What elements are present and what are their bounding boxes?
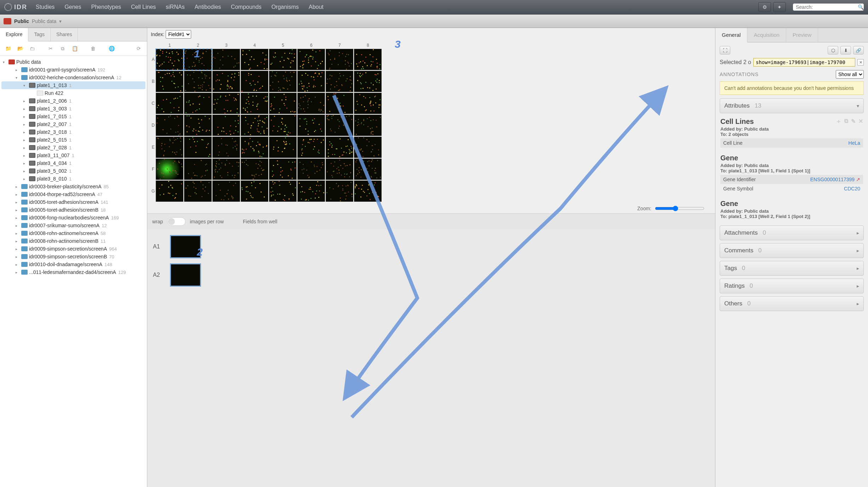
well[interactable]: [326, 181, 353, 202]
tree-item[interactable]: ▸ idr0004-thorpe-rad52/screenA 47: [1, 190, 145, 198]
well[interactable]: [156, 159, 183, 180]
section-ratings[interactable]: Ratings 0 ▸: [720, 279, 864, 293]
tree-item[interactable]: ▸ plate1_7_015 1: [1, 113, 145, 120]
tree-item[interactable]: ▸ idr0007-srikumar-sumo/screenA 12: [1, 222, 145, 229]
well[interactable]: [354, 159, 382, 180]
nav-genes[interactable]: Genes: [64, 4, 81, 10]
new-folder-icon[interactable]: 🗀: [28, 44, 37, 53]
well[interactable]: [212, 115, 240, 136]
well[interactable]: [241, 71, 268, 92]
well[interactable]: [297, 115, 325, 136]
new-dataset-icon[interactable]: 📂: [16, 44, 25, 53]
well[interactable]: [297, 49, 325, 70]
tree-item[interactable]: ▸ ...011-ledesmafernandez-dad4/screenA 1…: [1, 268, 145, 276]
cut-icon[interactable]: ✂: [46, 44, 55, 53]
field-thumb-a2[interactable]: [170, 263, 201, 287]
well[interactable]: [354, 181, 382, 202]
tree-item[interactable]: ▸ idr0008-rohn-actinome/screenA 58: [1, 229, 145, 237]
zoom-slider[interactable]: [655, 206, 704, 211]
wrap-toggle[interactable]: [167, 217, 185, 226]
well[interactable]: [269, 115, 297, 136]
kv-value[interactable]: CDC20: [844, 186, 860, 191]
section-comments[interactable]: Comments 0 ▸: [720, 243, 864, 258]
well[interactable]: [354, 137, 382, 158]
tree-item[interactable]: ▸ idr0006-fong-nuclearbodies/screenA 169: [1, 214, 145, 222]
well[interactable]: [326, 159, 353, 180]
well[interactable]: [241, 93, 268, 114]
well[interactable]: [326, 93, 353, 114]
well[interactable]: [241, 137, 268, 158]
well[interactable]: [297, 71, 325, 92]
fullscreen-icon[interactable]: ⛶: [720, 46, 730, 55]
tree-item[interactable]: ▾ idr0002-heriche-condensation/screenA 1…: [1, 74, 145, 81]
delete-icon[interactable]: ✕: [858, 118, 863, 125]
well[interactable]: [297, 181, 325, 202]
paste-icon[interactable]: 📋: [70, 44, 79, 53]
kv-value[interactable]: ENSG00000117399 ↗: [810, 177, 860, 182]
tree-item[interactable]: ▸ plate2_3_018 1: [1, 128, 145, 136]
well[interactable]: [212, 159, 240, 180]
well[interactable]: [241, 49, 268, 70]
well[interactable]: [212, 181, 240, 202]
index-select[interactable]: Field#1: [166, 30, 191, 39]
tree-item[interactable]: ▸ idr0005-toret-adhesion/screenB 18: [1, 206, 145, 214]
delete-icon[interactable]: 🗑: [88, 44, 98, 53]
puzzle-icon[interactable]: ✦: [773, 2, 786, 12]
search-box[interactable]: 🔍: [793, 4, 864, 11]
well[interactable]: [269, 181, 297, 202]
well[interactable]: [354, 71, 382, 92]
new-project-icon[interactable]: 📁: [4, 44, 13, 53]
well[interactable]: [156, 93, 183, 114]
tree-item[interactable]: ▸ plate1_2_006 1: [1, 97, 145, 105]
section-attachments[interactable]: Attachments 0 ▸: [720, 225, 864, 240]
tree-item[interactable]: ▸ plate2_5_015 1: [1, 136, 145, 144]
tab-tags[interactable]: Tags: [28, 28, 51, 41]
tree-item[interactable]: ▸ plate2_7_028 1: [1, 144, 145, 151]
tree-item[interactable]: ▸ idr0001-graml-sysgro/screenA 192: [1, 66, 145, 74]
well[interactable]: [212, 71, 240, 92]
add-icon[interactable]: ＋: [836, 118, 841, 125]
well[interactable]: [241, 181, 268, 202]
well[interactable]: [241, 159, 268, 180]
tab-explore[interactable]: Explore: [0, 28, 28, 41]
tree-item[interactable]: ▸ idr0009-simpson-secretion/screenB 70: [1, 253, 145, 260]
refresh-icon[interactable]: ⟳: [134, 44, 143, 53]
well[interactable]: [354, 93, 382, 114]
well[interactable]: [269, 71, 297, 92]
tree-item[interactable]: ▸ idr0005-toret-adhesion/screenA 141: [1, 198, 145, 206]
well[interactable]: [184, 137, 212, 158]
well[interactable]: [184, 93, 212, 114]
well[interactable]: [297, 159, 325, 180]
nav-antibodies[interactable]: Antibodies: [195, 4, 221, 10]
tree-item[interactable]: ▾ plate1_1_013 1: [1, 81, 145, 89]
well[interactable]: [297, 93, 325, 114]
well[interactable]: [269, 137, 297, 158]
section-attributes[interactable]: Attributes 13 ▾: [720, 98, 864, 113]
tree-item[interactable]: ▸ idr0009-simpson-secretion/screenA 964: [1, 245, 145, 253]
context-dropdown[interactable]: ▾: [59, 18, 62, 24]
search-icon[interactable]: 🔍: [858, 4, 864, 10]
nav-phenotypes[interactable]: Phenotypes: [91, 4, 121, 10]
section-tags[interactable]: Tags 0 ▸: [720, 261, 864, 276]
tree-item[interactable]: ▸ idr0003-breker-plasticity/screenA 85: [1, 183, 145, 190]
tree-item[interactable]: ▸ plate1_3_003 1: [1, 105, 145, 113]
well[interactable]: [156, 115, 183, 136]
well[interactable]: [156, 49, 183, 70]
tree-item[interactable]: ▸ plate3_5_002 1: [1, 167, 145, 175]
nav-sirnas[interactable]: siRNAs: [166, 4, 184, 10]
edit-icon[interactable]: ✎: [851, 118, 856, 125]
well[interactable]: [326, 137, 353, 158]
nav-studies[interactable]: Studies: [36, 4, 55, 10]
well[interactable]: [184, 71, 212, 92]
well[interactable]: [156, 181, 183, 202]
section-others[interactable]: Others 0 ▸: [720, 296, 864, 311]
well[interactable]: [156, 137, 183, 158]
nav-organisms[interactable]: Organisms: [272, 4, 299, 10]
search-input[interactable]: [796, 4, 858, 10]
hierarchy-icon[interactable]: ⬡: [828, 46, 838, 55]
well[interactable]: [184, 115, 212, 136]
well[interactable]: [212, 93, 240, 114]
nav-about[interactable]: About: [309, 4, 324, 10]
tab-general[interactable]: General: [715, 28, 747, 42]
field-thumb-a1[interactable]: [170, 235, 201, 258]
